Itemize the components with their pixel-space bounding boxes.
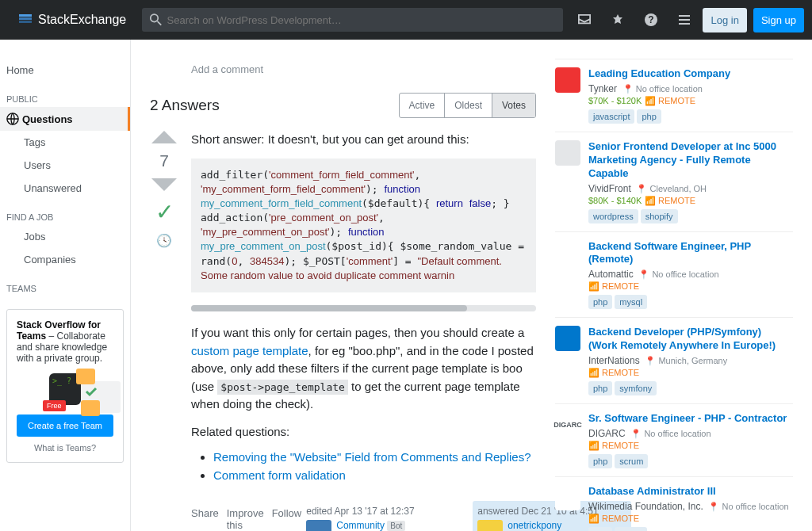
nav-home[interactable]: Home: [0, 59, 130, 82]
teams-card: Stack Overflow for Teams – Collaborate a…: [6, 309, 124, 463]
custom-page-template-link[interactable]: custom page template: [191, 344, 308, 357]
svg-rect-6: [679, 19, 690, 21]
answer-intro: Short answer: It doesn't, but you can ge…: [191, 131, 536, 149]
stackexchange-icon: [17, 12, 33, 28]
code-scrollbar[interactable]: [191, 305, 536, 311]
job-listing[interactable]: Senior Frontend Developer at Inc 5000 Ma…: [555, 132, 793, 231]
vote-cell: 7 ✓ 🕓: [150, 131, 178, 531]
post-menu: Share Improve this answer Follow: [191, 507, 301, 531]
company-logo: [555, 140, 580, 166]
job-company: VividFront 📍 Cleveland, OH: [588, 183, 793, 194]
job-tag[interactable]: php: [588, 381, 612, 395]
add-comment-link[interactable]: Add a comment: [191, 59, 536, 80]
inbox-icon[interactable]: [569, 4, 599, 36]
downvote-button[interactable]: [151, 178, 177, 191]
nav-findjob-header: FIND A JOB: [0, 200, 130, 225]
job-tag[interactable]: php: [588, 295, 612, 309]
company-logo: [555, 240, 580, 266]
search-icon: [150, 13, 162, 26]
tab-active[interactable]: Active: [400, 94, 445, 117]
nav-unanswered[interactable]: Unanswered: [0, 177, 130, 200]
company-logo: [555, 485, 580, 510]
related-link-1[interactable]: Removing the "Website" Field from Commen…: [213, 450, 531, 464]
logo[interactable]: StackExchange: [8, 12, 136, 28]
job-company: Wikimedia Foundation, Inc. 📍 No office l…: [588, 501, 793, 512]
job-company: Tynker 📍 No office location: [588, 83, 793, 94]
job-tag[interactable]: mysql: [615, 527, 647, 531]
answers-count: 2 Answers: [150, 97, 220, 114]
svg-rect-1: [19, 17, 32, 20]
answer-body: Short answer: It doesn't, but you can ge…: [191, 131, 536, 531]
improve-link[interactable]: Improve this answer: [227, 507, 264, 531]
job-tag[interactable]: wordpress: [588, 209, 638, 223]
teams-illustration: >_ ? Free: [17, 373, 113, 405]
job-company: DIGARC 📍 No office location: [588, 428, 793, 439]
job-title-link[interactable]: Backend Software Engineer, PHP (Remote): [588, 240, 751, 266]
code-block: add_filter('comment_form_field_comment',…: [191, 159, 536, 293]
job-title-link[interactable]: Leading Education Company: [588, 67, 730, 79]
job-title-link[interactable]: Senior Frontend Developer at Inc 5000 Ma…: [588, 140, 776, 179]
nav-tags[interactable]: Tags: [0, 131, 130, 154]
nav-users[interactable]: Users: [0, 154, 130, 177]
nav-public-header: PUBLIC: [0, 82, 130, 107]
job-title-link[interactable]: Backend Developer (PHP/Symfony) (Work Re…: [588, 326, 776, 351]
company-logo: [555, 326, 580, 351]
job-listing[interactable]: Database Administrator III Wikimedia Fou…: [555, 476, 793, 531]
job-listing[interactable]: DIGARC Sr. Software Engineer - PHP - Con…: [555, 403, 793, 476]
job-tag[interactable]: mysql: [615, 295, 647, 309]
nav-jobs[interactable]: Jobs: [0, 225, 130, 248]
job-tag[interactable]: php: [637, 109, 661, 124]
editor-link[interactable]: Community: [336, 520, 385, 531]
achievements-icon[interactable]: [603, 4, 633, 36]
help-icon[interactable]: ?: [636, 4, 666, 36]
svg-rect-5: [679, 15, 690, 17]
svg-rect-0: [19, 14, 32, 17]
create-team-button[interactable]: Create a free Team: [17, 414, 113, 437]
job-title-link[interactable]: Sr. Software Engineer - PHP - Contractor: [588, 412, 787, 424]
login-button[interactable]: Log in: [703, 8, 746, 32]
tab-oldest[interactable]: Oldest: [444, 94, 492, 117]
job-tag[interactable]: php: [588, 527, 612, 531]
svg-text:?: ?: [649, 14, 654, 25]
job-company: InterNations 📍 Munich, Germany: [588, 355, 793, 366]
what-is-teams-link[interactable]: What is Teams?: [17, 443, 113, 453]
job-tag[interactable]: javascript: [588, 109, 634, 124]
timeline-icon[interactable]: 🕓: [156, 233, 172, 248]
search-input[interactable]: [167, 14, 556, 26]
share-link[interactable]: Share: [191, 507, 219, 531]
answerer-link[interactable]: onetrickpony: [508, 520, 561, 531]
left-nav: Home PUBLIC Questions Tags Users Unanswe…: [0, 40, 130, 531]
job-tag[interactable]: scrum: [615, 454, 648, 468]
nav-questions[interactable]: Questions: [0, 107, 130, 131]
upvote-button[interactable]: [151, 131, 177, 143]
svg-rect-2: [19, 21, 32, 23]
job-tag[interactable]: php: [588, 454, 612, 468]
company-logo: DIGARC: [555, 412, 580, 437]
job-listing[interactable]: Backend Software Engineer, PHP (Remote) …: [555, 231, 793, 318]
nav-teams-header: TEAMS: [0, 271, 130, 296]
vote-count: 7: [159, 151, 169, 170]
search-box[interactable]: [142, 8, 563, 32]
tab-votes[interactable]: Votes: [492, 94, 535, 117]
jobs-sidebar: Leading Education Company Tynker 📍 No of…: [555, 59, 793, 531]
signup-button[interactable]: Sign up: [753, 8, 804, 32]
answer-sort-tabs: Active Oldest Votes: [399, 93, 536, 118]
logo-text: StackExchange: [38, 13, 126, 27]
job-title-link[interactable]: Database Administrator III: [588, 485, 716, 497]
edit-signature: edited Apr 13 '17 at 12:37 Community Bot…: [301, 501, 460, 531]
accepted-check-icon: ✓: [155, 199, 174, 225]
job-tag[interactable]: symfony: [615, 381, 657, 395]
related-link-2[interactable]: Comment form validation: [213, 468, 346, 482]
avatar: [477, 520, 503, 531]
job-company: Automattic 📍 No office location: [588, 269, 793, 280]
globe-icon: [6, 113, 19, 125]
company-logo: [555, 67, 580, 93]
svg-rect-7: [679, 23, 690, 25]
job-tag[interactable]: shopify: [641, 209, 678, 223]
site-switcher-icon[interactable]: [669, 4, 699, 36]
nav-companies[interactable]: Companies: [0, 248, 130, 271]
avatar: [306, 520, 331, 531]
job-listing[interactable]: Backend Developer (PHP/Symfony) (Work Re…: [555, 317, 793, 403]
follow-link[interactable]: Follow: [272, 507, 302, 531]
job-listing[interactable]: Leading Education Company Tynker 📍 No of…: [555, 59, 793, 132]
